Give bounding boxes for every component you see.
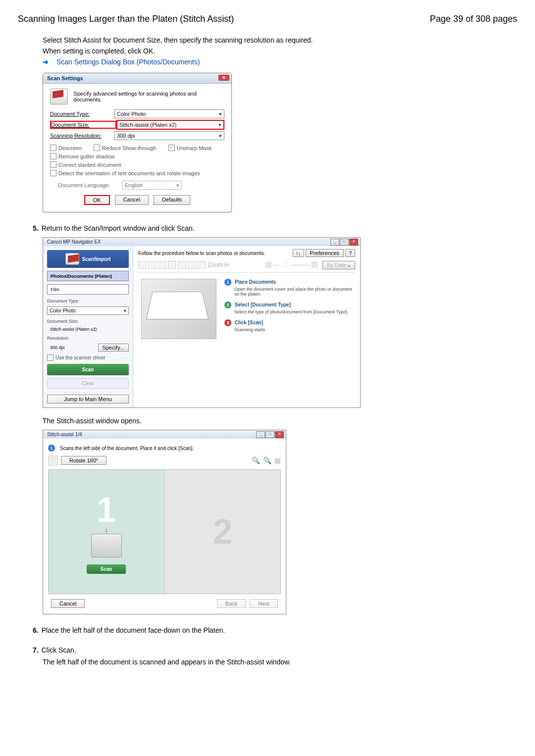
jump-main-menu-button[interactable]: Jump to Main Menu — [47, 395, 129, 403]
step-badge-1: 1 — [224, 279, 231, 286]
back-button: Back — [217, 599, 246, 608]
scanner-icon — [91, 534, 122, 557]
preferences-button[interactable]: Preferences — [306, 249, 344, 257]
toolbar-icon[interactable] — [138, 261, 146, 269]
select-doc-type[interactable]: Color Photo — [114, 109, 224, 118]
link-line: ➔ Scan Settings Dialog Box (Photos/Docum… — [43, 58, 517, 66]
step-badge-3: 3 — [224, 319, 231, 326]
label-reduce: Reduce Show-through — [102, 145, 156, 151]
step1-desc: Open the document cover and place the ph… — [234, 287, 352, 297]
label-use-driver: Use the scanner driver — [55, 355, 106, 360]
tab-photos-docs[interactable]: Photos/Documents (Platen) — [47, 271, 129, 281]
cancel-button[interactable]: Cancel — [115, 195, 149, 205]
select-resolution[interactable]: 300 dpi — [114, 131, 224, 140]
label-resolution: Resolution: — [47, 336, 129, 341]
link-scan-settings[interactable]: Scan Settings Dialog Box (Photos/Documen… — [56, 58, 200, 66]
step1-title: Place Documents — [235, 279, 276, 285]
window-title: Canon MP Navigator EX — [47, 239, 101, 245]
checkbox-slant[interactable] — [50, 161, 56, 168]
step-badge-2: 2 — [224, 302, 231, 308]
checkbox-detect[interactable] — [50, 170, 56, 176]
toolbar-icon[interactable] — [188, 261, 196, 269]
toolbar-icon[interactable] — [178, 261, 186, 269]
minimize-icon[interactable]: _ — [256, 431, 265, 438]
stitch-right-panel: 2 — [165, 470, 280, 594]
label-doc-size: Document Size: — [47, 319, 129, 324]
value-doc-size: Stitch-assist (Platen x2) — [47, 327, 129, 332]
toolbar-icon[interactable] — [168, 261, 176, 269]
window-titlebar: Stitch-assist 1/4 _ □ ✕ — [43, 430, 286, 439]
checkbox-unsharp[interactable] — [168, 145, 175, 151]
value-resolution: 300 dpi — [47, 345, 65, 350]
toolbar-icon[interactable] — [198, 261, 206, 269]
paragraph: The left half of the document is scanned… — [43, 658, 517, 666]
paragraph: When setting is completed, click OK. — [43, 47, 517, 55]
label-doc-type: Document Type: — [50, 111, 114, 117]
panel-number-2: 2 — [213, 512, 232, 552]
minimize-icon[interactable]: _ — [330, 239, 339, 246]
next-button: Next — [250, 599, 278, 608]
defaults-button[interactable]: Defaults — [154, 195, 190, 205]
checkbox-reduce[interactable] — [94, 145, 100, 151]
page-title: Scanning Images Larger than the Platen (… — [18, 14, 234, 24]
step-6: 6.Place the left half of the document fa… — [33, 626, 517, 634]
select-doc-type[interactable]: Color Photo — [47, 306, 129, 315]
paragraph: Select Stitch Assist for Document Size, … — [43, 36, 517, 44]
close-icon[interactable]: ✕ — [349, 239, 358, 246]
cancel-button[interactable]: Cancel — [51, 599, 85, 608]
dialog-titlebar: Scan Settings ✕ — [43, 73, 231, 84]
close-icon[interactable]: ✕ — [275, 431, 284, 438]
label-gutter: Remove gutter shadow — [58, 153, 114, 159]
checkbox-use-driver[interactable] — [47, 354, 54, 361]
sort-button[interactable]: ↑↓ — [293, 249, 304, 257]
stitch-instruction: Scans the left side of the document. Pla… — [60, 446, 194, 451]
rotate-button[interactable]: Rotate 180° — [61, 456, 107, 465]
checkbox-gutter[interactable] — [50, 153, 56, 159]
maximize-icon[interactable]: □ — [266, 431, 274, 438]
scanner-icon — [50, 89, 68, 104]
label-doc-size: Document Size: — [50, 121, 116, 129]
zoom-in-icon[interactable]: 🔍 — [252, 456, 260, 464]
tab-film[interactable]: Film — [47, 284, 129, 295]
checkbox-descreen[interactable] — [50, 145, 56, 151]
scanner-illustration — [141, 279, 216, 339]
stitch-assist-window: Stitch-assist 1/4 _ □ ✕ 1 Scans the left… — [43, 430, 286, 614]
scan-import-header: Scan/Import — [47, 250, 129, 268]
fit-icon[interactable]: ▦ — [274, 456, 281, 464]
clear-button: Clear — [47, 378, 129, 389]
step-5: 5.Return to the Scan/Import window and c… — [33, 224, 517, 232]
label-resolution: Scanning Resolution: — [50, 133, 114, 139]
swap-icon[interactable] — [48, 455, 58, 465]
scanner-icon — [65, 253, 79, 265]
toolbar-icon[interactable] — [158, 261, 166, 269]
step-7: 7.Click Scan. — [33, 646, 517, 654]
ok-button[interactable]: OK — [84, 195, 110, 205]
label-doc-type: Document Type: — [47, 299, 129, 303]
step2-desc: Select the type of photo/document from [… — [234, 309, 352, 314]
dialog-title-text: Scan Settings — [47, 75, 83, 81]
panel-number-1: 1 — [97, 490, 116, 530]
help-button[interactable]: ? — [345, 249, 355, 257]
toolbar: Zoom in ▦ — 〇 ——— ▦ By Date ▴ — [138, 259, 355, 273]
select-doc-size[interactable]: Stitch-assist (Platen x2) — [116, 120, 224, 130]
maximize-icon[interactable]: □ — [340, 239, 349, 246]
toolbar-icon[interactable] — [148, 261, 156, 269]
scan-button[interactable]: Scan — [87, 564, 126, 574]
step3-desc: Scanning starts. — [234, 327, 352, 332]
label-unsharp: Unsharp Mask — [177, 145, 212, 151]
sort-bydate-button[interactable]: By Date ▴ — [322, 261, 355, 269]
zoom-out-icon[interactable]: 🔍 — [263, 456, 271, 464]
paragraph: The Stitch-assist window opens. — [43, 417, 517, 425]
dialog-desc: Specify advanced settings for scanning p… — [74, 91, 224, 102]
instruction-text: Follow the procedure below to scan photo… — [138, 251, 265, 256]
specify-button[interactable]: Specify... — [98, 344, 129, 352]
window-title: Stitch-assist 1/4 — [47, 432, 82, 437]
scan-settings-dialog: Scan Settings ✕ Specify advanced setting… — [43, 73, 232, 212]
label-descreen: Descreen — [58, 145, 82, 151]
label-detect: Detect the orientation of text documents… — [58, 170, 200, 176]
scan-button[interactable]: Scan — [47, 364, 129, 375]
label-lang: Document Language: — [50, 182, 122, 188]
select-lang: English — [122, 181, 182, 190]
mp-navigator-window: Canon MP Navigator EX _ □ ✕ Scan/Import … — [43, 237, 361, 408]
close-icon[interactable]: ✕ — [218, 75, 229, 81]
